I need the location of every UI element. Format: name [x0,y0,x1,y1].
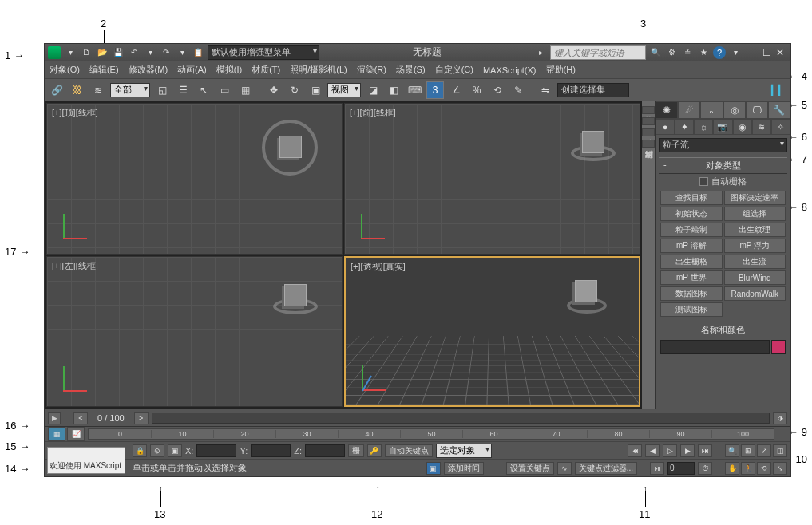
maxscript-listener[interactable]: 欢迎使用 MAXScript [47,447,125,474]
time-slider-frame[interactable]: 0 / 100 [91,413,131,423]
viewport-label[interactable]: [+][左][线框] [52,260,98,272]
menu-help[interactable]: 帮助(H) [546,64,576,76]
iso-icon[interactable]: ⊙ [150,444,164,457]
time-config-icon[interactable]: ⏱ [698,462,712,475]
angle-snap-icon[interactable]: ∠ [447,81,465,99]
menu-simulate[interactable]: 模拟(I) [216,64,242,76]
btn-randomwalk[interactable]: RandomWalk [724,286,786,301]
menu-maxscript[interactable]: MAXScript(X) [483,65,537,75]
tab-display[interactable]: 🖵 [746,101,768,119]
cat-cameras[interactable]: 📷 [713,119,732,135]
menu-animation[interactable]: 动画(A) [177,64,207,76]
exchange-icon[interactable]: ≚ [681,46,694,59]
viewport-left[interactable]: [+][左][线框] [46,256,343,408]
time-slider-next[interactable]: > [134,412,149,424]
workspace-dropdown[interactable]: 默认使用增强型菜单 [208,45,319,60]
cat-systems[interactable]: ✧ [771,119,790,135]
grid-button[interactable]: 栅 [348,444,364,457]
cat-spacewarps[interactable]: ≋ [752,119,771,135]
named-selection-input[interactable]: 创建选择集 [557,83,629,97]
pivot-icon[interactable]: ◪ [364,81,382,99]
ref-coord-dropdown[interactable]: 视图 [327,83,361,97]
viewport-label[interactable]: [+][顶][线框] [52,107,98,119]
undo-dd-icon[interactable]: ▾ [144,46,156,59]
select-icon[interactable]: ◱ [153,81,171,99]
key-mode-icon[interactable]: ∿ [557,462,572,475]
autogrid-row[interactable]: 自动栅格 [659,174,787,189]
key-step-icon[interactable]: ⏯ [650,462,664,475]
viewcube[interactable] [284,284,307,306]
time-slider-prev[interactable]: < [73,412,88,424]
btn-icon-rate[interactable]: 图标决定速率 [724,191,786,205]
object-color-swatch[interactable] [771,340,786,354]
menu-lighting[interactable]: 照明/摄影机(L) [290,64,347,76]
play-icon[interactable]: ▷ [663,444,677,457]
viewport-perspective[interactable]: [+][透视][真实] [344,256,640,408]
pan-icon[interactable]: ✋ [725,462,739,475]
mirror-icon[interactable]: ⇋ [537,81,554,99]
cat-geometry[interactable]: ● [656,119,675,135]
viewcube[interactable] [575,280,597,302]
viewcube[interactable] [582,131,604,153]
btn-birth-grid[interactable]: 出生栅格 [660,255,723,269]
menu-render[interactable]: 渲染(R) [357,64,386,76]
lock-icon[interactable]: 🔒 [133,444,147,457]
btn-mp-world[interactable]: mP 世界 [660,270,723,285]
vtab-freeform[interactable]: 自由形式 [642,117,655,125]
subcategory-dropdown[interactable]: 粒子流 [659,138,787,152]
scale-icon[interactable]: ▣ [307,81,324,99]
layout-icon[interactable]: ▦ [48,427,65,441]
redo-dd-icon[interactable]: ▾ [176,46,188,59]
frame-spinner[interactable] [667,462,695,475]
next-frame-icon[interactable]: ▶ [680,444,695,457]
prev-frame-icon[interactable]: ◀ [645,444,660,457]
menu-modifier[interactable]: 修改器(M) [129,64,168,76]
vtab-modeling[interactable]: 建模 [642,106,655,114]
cat-lights[interactable]: ☼ [694,119,713,135]
btn-find-target[interactable]: 查找目标 [660,191,723,205]
cat-shapes[interactable]: ✦ [675,119,694,135]
menu-material[interactable]: 材质(T) [252,64,280,76]
spinner-snap-icon[interactable]: ⟲ [489,81,506,99]
select-name-icon[interactable]: ☰ [174,81,192,99]
addtime-button[interactable]: 添加时间 [444,462,484,475]
viewport-top[interactable]: [+][顶][线框] [46,103,343,255]
redo-icon[interactable]: ↷ [160,46,172,59]
tab-hierarchy[interactable]: ⫰ [700,101,723,119]
autokey-button[interactable]: 自动关键点 [385,444,433,457]
bind-icon[interactable]: ≋ [89,81,107,99]
tab-utilities[interactable]: 🔧 [768,101,790,119]
btn-mp-dissolve[interactable]: mP 溶解 [660,239,723,253]
minimize-button[interactable]: — [748,47,758,58]
help-icon[interactable]: ? [713,46,726,59]
goto-start-icon[interactable]: ⏮ [628,444,642,457]
btn-initial-state[interactable]: 初始状态 [660,207,723,221]
rotate-icon[interactable]: ↻ [286,81,303,99]
btn-mp-buoyancy[interactable]: mP 浮力 [724,239,786,253]
rect-select-icon[interactable]: ▭ [216,81,233,99]
abs-icon[interactable]: ▣ [168,444,182,457]
btn-birth-stream[interactable]: 出生流 [724,255,786,269]
menu-object[interactable]: 对象(O) [50,64,80,76]
track-end-icon[interactable]: ⬗ [773,412,787,424]
cat-helpers[interactable]: ◉ [733,119,752,135]
manip-icon[interactable]: ◧ [385,81,402,99]
btn-birth-texture[interactable]: 出生纹理 [724,223,786,237]
menu-customize[interactable]: 自定义(C) [435,64,473,76]
move-icon[interactable]: ✥ [265,81,283,99]
snap-toggle[interactable]: 3 [426,81,444,99]
percent-snap-icon[interactable]: % [468,81,485,99]
setkey-button[interactable]: 设置关键点 [506,462,554,475]
open-icon[interactable]: 📂 [96,46,109,59]
key-target-dropdown[interactable]: 选定对象 [436,444,492,458]
toggle-ribbon-icon[interactable]: ▎▎ [770,81,787,99]
vtab-paint[interactable]: 对象绘制 [642,140,655,148]
selection-filter-dropdown[interactable]: 全部 [110,83,150,97]
save-icon[interactable]: 💾 [112,46,125,59]
zoom-icon[interactable]: 🔍 [725,444,739,457]
new-icon[interactable]: 🗋 [80,46,93,59]
x-input[interactable] [196,444,236,457]
keyboard-icon[interactable]: ⌨ [406,81,423,99]
key-filters-button[interactable]: 关键点过滤器... [575,462,637,475]
script-listener-icon[interactable]: ▣ [426,462,441,475]
